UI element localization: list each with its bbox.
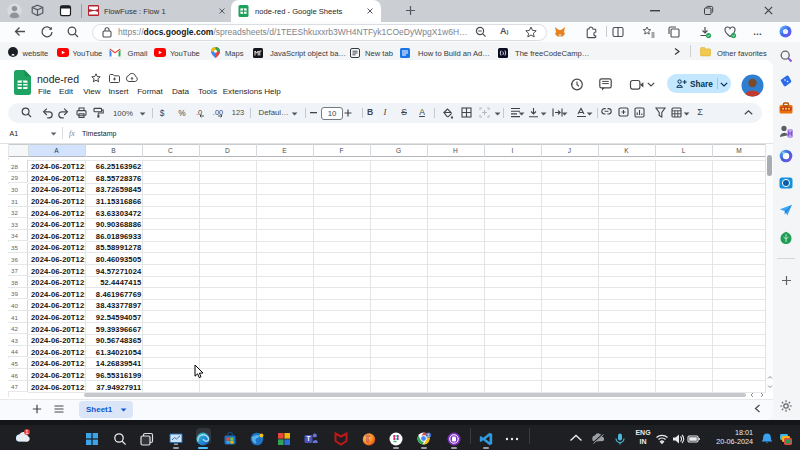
svg-text:T: T	[307, 435, 311, 442]
